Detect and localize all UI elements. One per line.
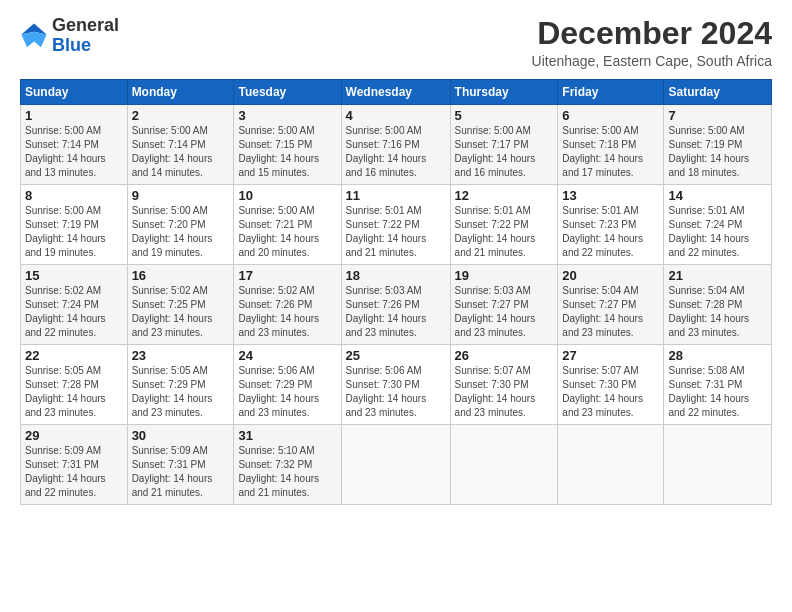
table-row: 7Sunrise: 5:00 AM Sunset: 7:19 PM Daylig… <box>664 105 772 185</box>
col-tuesday: Tuesday <box>234 80 341 105</box>
calendar-week-row: 1Sunrise: 5:00 AM Sunset: 7:14 PM Daylig… <box>21 105 772 185</box>
logo: General Blue <box>20 16 119 56</box>
day-info: Sunrise: 5:03 AM Sunset: 7:27 PM Dayligh… <box>455 284 554 340</box>
calendar-week-row: 22Sunrise: 5:05 AM Sunset: 7:28 PM Dayli… <box>21 345 772 425</box>
day-number: 15 <box>25 268 123 283</box>
day-number: 10 <box>238 188 336 203</box>
day-info: Sunrise: 5:06 AM Sunset: 7:29 PM Dayligh… <box>238 364 336 420</box>
day-number: 1 <box>25 108 123 123</box>
day-number: 8 <box>25 188 123 203</box>
day-number: 19 <box>455 268 554 283</box>
main-title: December 2024 <box>532 16 772 51</box>
col-friday: Friday <box>558 80 664 105</box>
logo-icon <box>20 22 48 50</box>
day-number: 16 <box>132 268 230 283</box>
day-info: Sunrise: 5:05 AM Sunset: 7:28 PM Dayligh… <box>25 364 123 420</box>
table-row: 23Sunrise: 5:05 AM Sunset: 7:29 PM Dayli… <box>127 345 234 425</box>
calendar-header-row: Sunday Monday Tuesday Wednesday Thursday… <box>21 80 772 105</box>
day-number: 23 <box>132 348 230 363</box>
day-info: Sunrise: 5:00 AM Sunset: 7:21 PM Dayligh… <box>238 204 336 260</box>
day-number: 12 <box>455 188 554 203</box>
table-row: 3Sunrise: 5:00 AM Sunset: 7:15 PM Daylig… <box>234 105 341 185</box>
day-info: Sunrise: 5:00 AM Sunset: 7:17 PM Dayligh… <box>455 124 554 180</box>
table-row: 9Sunrise: 5:00 AM Sunset: 7:20 PM Daylig… <box>127 185 234 265</box>
table-row: 24Sunrise: 5:06 AM Sunset: 7:29 PM Dayli… <box>234 345 341 425</box>
table-row: 12Sunrise: 5:01 AM Sunset: 7:22 PM Dayli… <box>450 185 558 265</box>
day-number: 6 <box>562 108 659 123</box>
day-info: Sunrise: 5:00 AM Sunset: 7:19 PM Dayligh… <box>25 204 123 260</box>
calendar-week-row: 15Sunrise: 5:02 AM Sunset: 7:24 PM Dayli… <box>21 265 772 345</box>
day-number: 20 <box>562 268 659 283</box>
day-number: 14 <box>668 188 767 203</box>
calendar-table: Sunday Monday Tuesday Wednesday Thursday… <box>20 79 772 505</box>
table-row: 10Sunrise: 5:00 AM Sunset: 7:21 PM Dayli… <box>234 185 341 265</box>
table-row: 19Sunrise: 5:03 AM Sunset: 7:27 PM Dayli… <box>450 265 558 345</box>
day-info: Sunrise: 5:04 AM Sunset: 7:28 PM Dayligh… <box>668 284 767 340</box>
day-info: Sunrise: 5:05 AM Sunset: 7:29 PM Dayligh… <box>132 364 230 420</box>
day-info: Sunrise: 5:01 AM Sunset: 7:22 PM Dayligh… <box>346 204 446 260</box>
table-row: 2Sunrise: 5:00 AM Sunset: 7:14 PM Daylig… <box>127 105 234 185</box>
table-row: 11Sunrise: 5:01 AM Sunset: 7:22 PM Dayli… <box>341 185 450 265</box>
table-row: 27Sunrise: 5:07 AM Sunset: 7:30 PM Dayli… <box>558 345 664 425</box>
day-info: Sunrise: 5:02 AM Sunset: 7:26 PM Dayligh… <box>238 284 336 340</box>
table-row: 29Sunrise: 5:09 AM Sunset: 7:31 PM Dayli… <box>21 425 128 505</box>
table-row: 22Sunrise: 5:05 AM Sunset: 7:28 PM Dayli… <box>21 345 128 425</box>
day-number: 3 <box>238 108 336 123</box>
table-row: 26Sunrise: 5:07 AM Sunset: 7:30 PM Dayli… <box>450 345 558 425</box>
day-number: 2 <box>132 108 230 123</box>
day-number: 21 <box>668 268 767 283</box>
day-number: 9 <box>132 188 230 203</box>
day-info: Sunrise: 5:01 AM Sunset: 7:24 PM Dayligh… <box>668 204 767 260</box>
table-row: 17Sunrise: 5:02 AM Sunset: 7:26 PM Dayli… <box>234 265 341 345</box>
day-info: Sunrise: 5:00 AM Sunset: 7:14 PM Dayligh… <box>132 124 230 180</box>
day-info: Sunrise: 5:00 AM Sunset: 7:16 PM Dayligh… <box>346 124 446 180</box>
table-row: 25Sunrise: 5:06 AM Sunset: 7:30 PM Dayli… <box>341 345 450 425</box>
day-number: 24 <box>238 348 336 363</box>
table-row: 20Sunrise: 5:04 AM Sunset: 7:27 PM Dayli… <box>558 265 664 345</box>
day-info: Sunrise: 5:04 AM Sunset: 7:27 PM Dayligh… <box>562 284 659 340</box>
logo-text-general: General <box>52 15 119 35</box>
table-row: 8Sunrise: 5:00 AM Sunset: 7:19 PM Daylig… <box>21 185 128 265</box>
table-row <box>450 425 558 505</box>
logo-text-blue: Blue <box>52 35 91 55</box>
day-number: 5 <box>455 108 554 123</box>
day-info: Sunrise: 5:01 AM Sunset: 7:22 PM Dayligh… <box>455 204 554 260</box>
day-number: 28 <box>668 348 767 363</box>
day-number: 25 <box>346 348 446 363</box>
table-row: 1Sunrise: 5:00 AM Sunset: 7:14 PM Daylig… <box>21 105 128 185</box>
day-number: 13 <box>562 188 659 203</box>
table-row: 28Sunrise: 5:08 AM Sunset: 7:31 PM Dayli… <box>664 345 772 425</box>
table-row <box>341 425 450 505</box>
day-info: Sunrise: 5:00 AM Sunset: 7:15 PM Dayligh… <box>238 124 336 180</box>
day-number: 4 <box>346 108 446 123</box>
col-wednesday: Wednesday <box>341 80 450 105</box>
day-info: Sunrise: 5:08 AM Sunset: 7:31 PM Dayligh… <box>668 364 767 420</box>
day-info: Sunrise: 5:00 AM Sunset: 7:14 PM Dayligh… <box>25 124 123 180</box>
day-info: Sunrise: 5:06 AM Sunset: 7:30 PM Dayligh… <box>346 364 446 420</box>
day-number: 11 <box>346 188 446 203</box>
day-info: Sunrise: 5:03 AM Sunset: 7:26 PM Dayligh… <box>346 284 446 340</box>
header: General Blue December 2024 Uitenhage, Ea… <box>20 16 772 69</box>
calendar-week-row: 29Sunrise: 5:09 AM Sunset: 7:31 PM Dayli… <box>21 425 772 505</box>
day-number: 17 <box>238 268 336 283</box>
day-info: Sunrise: 5:10 AM Sunset: 7:32 PM Dayligh… <box>238 444 336 500</box>
page: General Blue December 2024 Uitenhage, Ea… <box>0 0 792 612</box>
table-row: 21Sunrise: 5:04 AM Sunset: 7:28 PM Dayli… <box>664 265 772 345</box>
day-info: Sunrise: 5:02 AM Sunset: 7:25 PM Dayligh… <box>132 284 230 340</box>
day-info: Sunrise: 5:00 AM Sunset: 7:19 PM Dayligh… <box>668 124 767 180</box>
table-row <box>558 425 664 505</box>
day-info: Sunrise: 5:07 AM Sunset: 7:30 PM Dayligh… <box>455 364 554 420</box>
table-row: 13Sunrise: 5:01 AM Sunset: 7:23 PM Dayli… <box>558 185 664 265</box>
day-number: 7 <box>668 108 767 123</box>
table-row: 4Sunrise: 5:00 AM Sunset: 7:16 PM Daylig… <box>341 105 450 185</box>
day-number: 26 <box>455 348 554 363</box>
day-info: Sunrise: 5:00 AM Sunset: 7:20 PM Dayligh… <box>132 204 230 260</box>
table-row: 5Sunrise: 5:00 AM Sunset: 7:17 PM Daylig… <box>450 105 558 185</box>
day-number: 31 <box>238 428 336 443</box>
day-number: 30 <box>132 428 230 443</box>
day-number: 22 <box>25 348 123 363</box>
day-number: 18 <box>346 268 446 283</box>
day-info: Sunrise: 5:02 AM Sunset: 7:24 PM Dayligh… <box>25 284 123 340</box>
table-row: 16Sunrise: 5:02 AM Sunset: 7:25 PM Dayli… <box>127 265 234 345</box>
day-info: Sunrise: 5:09 AM Sunset: 7:31 PM Dayligh… <box>25 444 123 500</box>
